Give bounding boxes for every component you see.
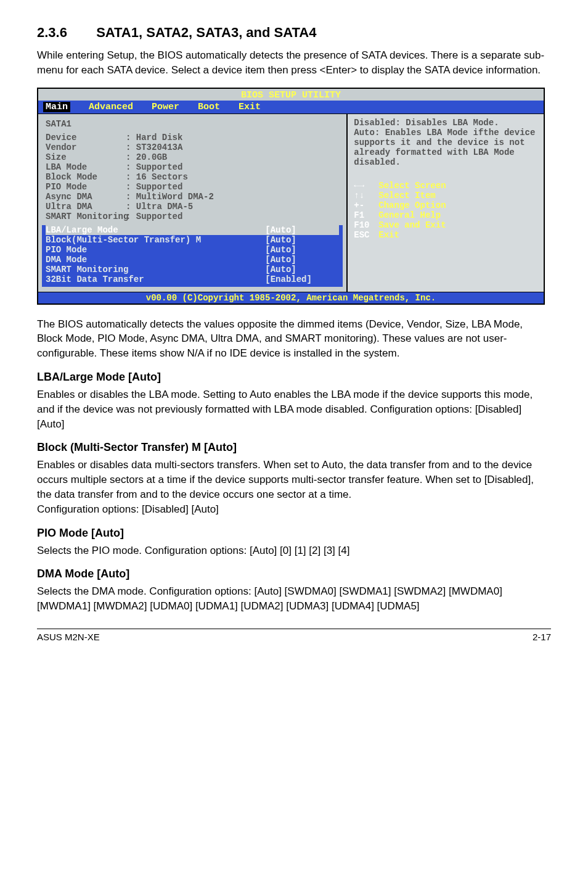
- help-key-shortcut: F10: [354, 220, 378, 230]
- help-key-desc: Exit: [378, 230, 399, 240]
- device-info-row: Size: 20.0GB: [46, 152, 339, 162]
- bios-option-value: [Enabled]: [265, 274, 339, 284]
- menu-exit[interactable]: Exit: [239, 102, 261, 112]
- help-key-row: F10Save and Exit: [354, 220, 537, 230]
- bios-footer-copyright: v00.00 (C)Copyright 1985-2002, American …: [38, 292, 544, 303]
- help-key-desc: Select Screen: [378, 181, 446, 191]
- menu-advanced[interactable]: Advanced: [89, 102, 133, 112]
- help-key-shortcut: +-: [354, 200, 378, 210]
- bios-option-row[interactable]: SMART Monitoring[Auto]: [46, 265, 339, 274]
- help-key-shortcut: ↑↓: [354, 191, 378, 200]
- device-info-label: SMART Monitoring: [46, 212, 126, 221]
- bios-option-label: SMART Monitoring: [46, 265, 265, 274]
- section-title: SATA1, SATA2, SATA3, and SATA4: [96, 25, 316, 40]
- help-key-desc: Select Item: [378, 191, 435, 200]
- block-heading: Block (Multi-Sector Transfer) M [Auto]: [37, 441, 551, 454]
- device-info-value: : MultiWord DMA-2: [126, 192, 214, 202]
- help-key-shortcut: ESC: [354, 230, 378, 240]
- help-key-row: ↑↓Select Item: [354, 191, 537, 200]
- bios-menubar: Main Advanced Power Boot Exit: [38, 101, 544, 114]
- dma-heading: DMA Mode [Auto]: [37, 567, 551, 580]
- help-key-row: +-Change Option: [354, 200, 537, 210]
- footer-left: ASUS M2N-XE: [37, 632, 100, 642]
- menu-power[interactable]: Power: [152, 102, 179, 112]
- section-heading: 2.3.6 SATA1, SATA2, SATA3, and SATA4: [37, 25, 551, 41]
- bios-option-label: 32Bit Data Transfer: [46, 274, 265, 284]
- footer-right: 2-17: [533, 632, 551, 642]
- menu-boot[interactable]: Boot: [198, 102, 220, 112]
- bios-option-value: [Auto]: [265, 225, 339, 235]
- bios-option-row[interactable]: PIO Mode[Auto]: [46, 245, 339, 255]
- help-key-desc: Save and Exit: [378, 220, 446, 230]
- device-info-value: : 16 Sectors: [126, 172, 188, 182]
- block-body: Enables or disables data multi-sectors t…: [37, 458, 551, 516]
- pio-heading: PIO Mode [Auto]: [37, 527, 551, 540]
- help-key-shortcut: F1: [354, 210, 378, 220]
- panel-title: SATA1: [46, 119, 339, 129]
- bios-help-text: Disabled: Disables LBA Mode. Auto: Enabl…: [354, 118, 537, 167]
- bios-option-label: Block(Multi-Sector Transfer) M: [46, 235, 265, 245]
- device-info-value: : Supported: [126, 212, 182, 221]
- bios-left-panel: SATA1 Device: Hard DiskVendor: ST320413A…: [38, 114, 348, 292]
- help-key-shortcut: ←→: [354, 181, 378, 191]
- bios-option-row[interactable]: 32Bit Data Transfer[Enabled]: [46, 274, 339, 284]
- device-info-row: Async DMA: MultiWord DMA-2: [46, 192, 339, 202]
- device-info-value: : 20.0GB: [126, 152, 167, 162]
- help-key-desc: General Help: [378, 210, 441, 220]
- bios-option-row[interactable]: DMA Mode[Auto]: [46, 255, 339, 265]
- bios-option-value: [Auto]: [265, 235, 339, 245]
- device-info-label: Async DMA: [46, 192, 126, 202]
- device-info-label: Device: [46, 133, 126, 142]
- device-info-label: Ultra DMA: [46, 202, 126, 212]
- device-info-value: : Supported: [126, 182, 182, 192]
- bios-option-value: [Auto]: [265, 255, 339, 265]
- device-info-label: PIO Mode: [46, 182, 126, 192]
- dma-body: Selects the DMA mode. Configuration opti…: [37, 584, 551, 614]
- page-footer: ASUS M2N-XE 2-17: [37, 629, 551, 642]
- section-number: 2.3.6: [37, 25, 92, 41]
- intro-paragraph: While entering Setup, the BIOS automatic…: [37, 48, 551, 78]
- bios-option-row[interactable]: Block(Multi-Sector Transfer) M[Auto]: [46, 235, 339, 245]
- device-info-value: : Ultra DMA-5: [126, 202, 193, 212]
- lba-body: Enables or disables the LBA mode. Settin…: [37, 387, 551, 431]
- device-info-row: Block Mode: 16 Sectors: [46, 172, 339, 182]
- device-info-row: SMART Monitoring: Supported: [46, 212, 339, 221]
- lba-heading: LBA/Large Mode [Auto]: [37, 371, 551, 384]
- pio-body: Selects the PIO mode. Configuration opti…: [37, 543, 551, 558]
- device-info-row: PIO Mode: Supported: [46, 182, 339, 192]
- bios-help-keys: ←→Select Screen↑↓Select Item+-Change Opt…: [354, 181, 537, 240]
- device-info-label: LBA Mode: [46, 162, 126, 172]
- device-info-row: Device: Hard Disk: [46, 133, 339, 142]
- device-info-value: : ST320413A: [126, 142, 182, 152]
- device-info-row: LBA Mode: Supported: [46, 162, 339, 172]
- device-info-value: : Hard Disk: [126, 133, 182, 142]
- bios-option-value: [Auto]: [265, 245, 339, 255]
- device-info-label: Vendor: [46, 142, 126, 152]
- bios-option-label: LBA/Large Mode: [46, 225, 265, 235]
- device-info-value: : Supported: [126, 162, 182, 172]
- bios-option-value: [Auto]: [265, 265, 339, 274]
- device-info-label: Block Mode: [46, 172, 126, 182]
- help-key-row: ←→Select Screen: [354, 181, 537, 191]
- bios-utility-title: BIOS SETUP UTILITY: [38, 89, 544, 101]
- device-info-row: Ultra DMA: Ultra DMA-5: [46, 202, 339, 212]
- after-bios-paragraph: The BIOS automatically detects the value…: [37, 317, 551, 361]
- bios-setup-screenshot: BIOS SETUP UTILITY Main Advanced Power B…: [37, 88, 545, 305]
- help-key-row: F1General Help: [354, 210, 537, 220]
- bios-options-block: LBA/Large Mode[Auto]Block(Multi-Sector T…: [42, 225, 343, 287]
- bios-help-panel: Disabled: Disables LBA Mode. Auto: Enabl…: [348, 114, 544, 292]
- help-key-desc: Change Option: [378, 200, 446, 210]
- menu-main[interactable]: Main: [43, 102, 70, 112]
- help-key-row: ESCExit: [354, 230, 537, 240]
- bios-option-label: PIO Mode: [46, 245, 265, 255]
- device-info-label: Size: [46, 152, 126, 162]
- bios-option-label: DMA Mode: [46, 255, 265, 265]
- device-info-row: Vendor: ST320413A: [46, 142, 339, 152]
- bios-option-row[interactable]: LBA/Large Mode[Auto]: [46, 225, 339, 235]
- bios-body: SATA1 Device: Hard DiskVendor: ST320413A…: [38, 114, 544, 292]
